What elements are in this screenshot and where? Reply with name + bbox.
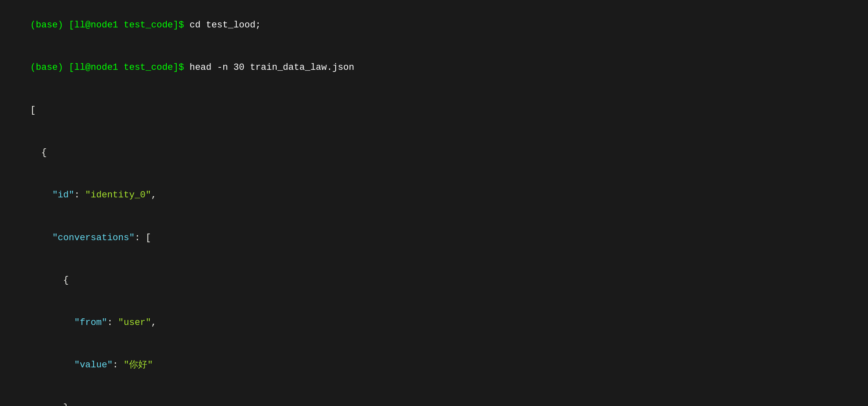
command-line: (base) [ll@node1 test_code]$ head -n 30 … (8, 47, 860, 89)
prev-command-text: cd test_lood; (184, 20, 261, 30)
json-conversations-0: "conversations": [ (8, 217, 860, 259)
terminal-window: (base) [ll@node1 test_code]$ cd test_loo… (0, 0, 868, 406)
json-id-0: "id": "identity_0", (8, 174, 860, 217)
command-text: head -n 30 train_data_law.json (184, 62, 354, 73)
command-prompt: (base) [ll@node1 test_code]$ (30, 62, 184, 73)
json-value-user-0: "value": "你好" (8, 344, 860, 386)
json-open-brace-1: { (8, 132, 860, 174)
prev-prompt: (base) [ll@node1 test_code]$ (30, 20, 184, 30)
prev-command-line: (base) [ll@node1 test_code]$ cd test_loo… (8, 4, 860, 47)
json-open-bracket: [ (8, 89, 860, 132)
json-from-user-0: "from": "user", (8, 302, 860, 344)
json-close-brace-comma-1: }, (8, 387, 860, 406)
json-open-brace-2: { (8, 259, 860, 302)
